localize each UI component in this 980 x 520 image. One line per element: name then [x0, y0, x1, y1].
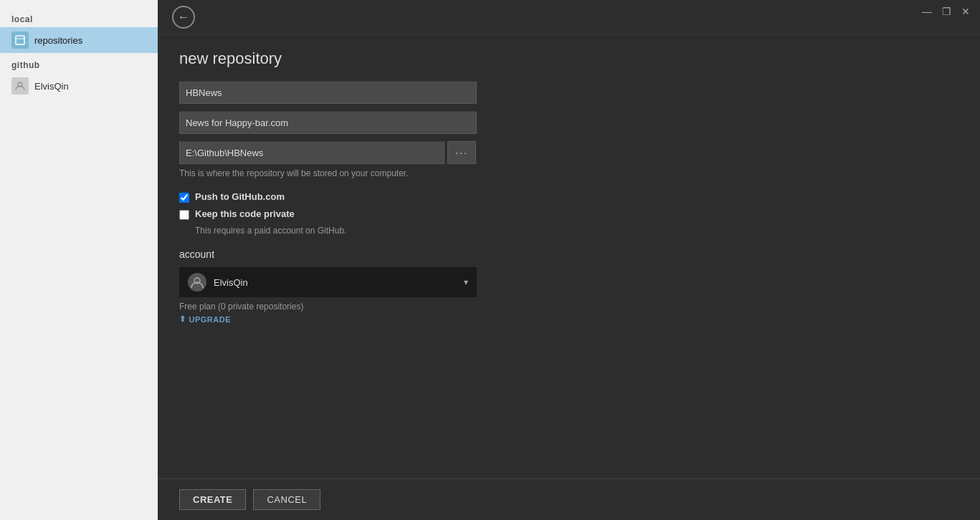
- upgrade-link[interactable]: ⬆ UPGRADE: [179, 314, 958, 324]
- account-section-label: account: [179, 249, 958, 260]
- account-avatar: [188, 273, 206, 292]
- path-input[interactable]: [179, 141, 444, 164]
- sidebar-item-github-user[interactable]: ElvisQin: [0, 73, 158, 99]
- window-controls: — ❐ ✕: [919, 6, 973, 17]
- push-to-github-group: Push to GitHub.com: [179, 191, 958, 203]
- back-icon: ←: [178, 11, 189, 24]
- repo-name-group: [179, 81, 958, 104]
- back-button[interactable]: ←: [172, 6, 195, 29]
- sidebar-github-section: github: [0, 53, 158, 73]
- repo-name-input[interactable]: [179, 81, 477, 104]
- maximize-button[interactable]: ❐: [939, 6, 954, 17]
- description-input[interactable]: [179, 111, 477, 134]
- path-helper-text: This is where the repository will be sto…: [179, 168, 958, 178]
- plan-text: Free plan (0 private repositories): [179, 302, 958, 312]
- keep-private-checkbox[interactable]: [179, 210, 189, 220]
- push-github-label[interactable]: Push to GitHub.com: [195, 191, 285, 202]
- close-button[interactable]: ✕: [958, 6, 973, 17]
- repositories-icon: [11, 32, 29, 49]
- create-button[interactable]: CREATE: [179, 489, 246, 510]
- keep-private-group: Keep this code private This requires a p…: [179, 208, 958, 236]
- topbar: ←: [158, 0, 980, 35]
- upgrade-label: UPGRADE: [189, 315, 232, 324]
- sidebar-item-repositories[interactable]: repositories: [0, 27, 158, 53]
- sidebar-local-section: local: [0, 7, 158, 27]
- path-row: ···: [179, 141, 958, 164]
- account-dropdown[interactable]: ElvisQin ▾: [179, 267, 477, 297]
- push-github-checkbox[interactable]: [179, 193, 189, 203]
- repositories-label: repositories: [34, 35, 82, 46]
- description-group: [179, 111, 958, 134]
- keep-private-sublabel: This requires a paid account on GitHub.: [195, 226, 958, 236]
- sidebar: local repositories github ElvisQin: [0, 0, 158, 520]
- form-area: new repository ··· This is where the rep…: [158, 35, 980, 478]
- keep-private-label[interactable]: Keep this code private: [195, 208, 295, 219]
- github-user-label: ElvisQin: [34, 81, 69, 92]
- dropdown-arrow-icon: ▾: [464, 277, 468, 287]
- account-name: ElvisQin: [214, 277, 457, 288]
- main-content: — ❐ ✕ ← new repository ··· This is where…: [158, 0, 980, 520]
- minimize-button[interactable]: —: [919, 6, 935, 17]
- browse-button[interactable]: ···: [447, 141, 476, 164]
- github-user-icon: [11, 77, 29, 95]
- form-title: new repository: [179, 49, 958, 68]
- svg-rect-0: [16, 36, 24, 44]
- bottom-bar: CREATE CANCEL: [158, 478, 980, 520]
- cancel-button[interactable]: CANCEL: [253, 489, 320, 510]
- upgrade-icon: ⬆: [179, 314, 186, 324]
- keep-private-checkbox-row: Keep this code private: [179, 208, 958, 220]
